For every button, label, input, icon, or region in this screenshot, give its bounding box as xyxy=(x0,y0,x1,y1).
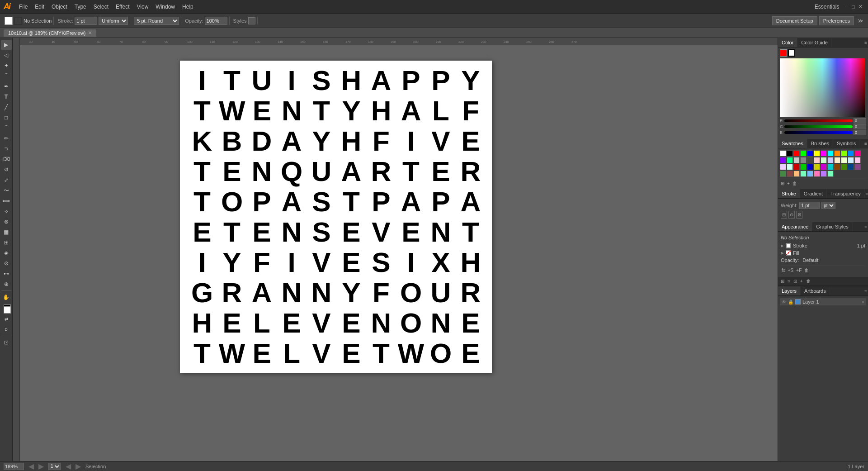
default-colors[interactable]: D xyxy=(1,324,12,334)
swatch-30[interactable] xyxy=(821,164,827,170)
blend-tool[interactable]: ⟡ xyxy=(1,206,12,216)
menu-edit[interactable]: Edit xyxy=(31,2,48,12)
layers-panel-icon1[interactable]: ⊞ xyxy=(780,278,785,284)
line-tool[interactable]: ╱ xyxy=(1,102,12,112)
rectangle-tool[interactable]: □ xyxy=(1,113,12,123)
swatch-3[interactable] xyxy=(800,150,807,157)
swatch-42[interactable] xyxy=(821,171,827,177)
swatch-10[interactable] xyxy=(848,150,854,157)
paintbrush-tool[interactable]: ⌒ xyxy=(1,123,12,133)
swatch-13[interactable] xyxy=(787,157,793,163)
cap-round[interactable]: ⊙ xyxy=(788,211,795,219)
swatch-34[interactable] xyxy=(848,164,854,170)
styles-indicator[interactable] xyxy=(248,17,255,24)
doc-tab-close[interactable]: ✕ xyxy=(88,30,92,35)
menu-select[interactable]: Select xyxy=(90,2,112,12)
appearance-panel-menu[interactable]: ≡ xyxy=(863,222,868,231)
direct-selection-tool[interactable]: ◁ xyxy=(1,50,12,60)
menu-object[interactable]: Object xyxy=(48,2,71,12)
window-minimize[interactable]: ─ xyxy=(843,4,850,10)
swatch-32[interactable] xyxy=(834,164,840,170)
zoom-input[interactable] xyxy=(4,463,24,470)
add-new-fill[interactable]: +F xyxy=(795,267,802,273)
menu-effect[interactable]: Effect xyxy=(112,2,133,12)
rotate-tool[interactable]: ↺ xyxy=(1,165,12,175)
mesh-tool[interactable]: ⊞ xyxy=(1,238,12,247)
tab-gradient[interactable]: Gradient xyxy=(800,189,827,198)
add-new-stroke[interactable]: +S xyxy=(787,267,795,273)
weight-unit-select[interactable]: pt xyxy=(821,202,835,209)
tab-transparency[interactable]: Transparency xyxy=(827,189,865,198)
essentials-label[interactable]: Essentials xyxy=(811,4,843,10)
magic-wand-tool[interactable]: ✦ xyxy=(1,61,12,71)
blob-brush-tool[interactable]: ⊃ xyxy=(1,144,12,154)
swatch-1[interactable] xyxy=(787,150,793,157)
eraser-tool[interactable]: ⌫ xyxy=(1,154,12,164)
swatch-24[interactable] xyxy=(780,164,786,170)
cap-butt[interactable]: ⊟ xyxy=(781,211,787,219)
tab-artboards[interactable]: Artboards xyxy=(801,286,830,295)
swatch-33[interactable] xyxy=(841,164,847,170)
menu-help[interactable]: Help xyxy=(179,2,197,12)
color-fill-box[interactable] xyxy=(780,49,787,57)
lasso-tool[interactable]: ⌒ xyxy=(1,71,12,81)
layers-panel-menu[interactable]: ≡ xyxy=(863,286,868,295)
canvas-area[interactable]: 3040 5060 7080 90100 110120 130140 15016… xyxy=(13,38,778,461)
swatch-17[interactable] xyxy=(814,157,820,163)
r-slider[interactable] xyxy=(784,119,853,122)
swatch-18[interactable] xyxy=(821,157,827,163)
stroke-indicator[interactable] xyxy=(14,17,22,25)
swatch-12[interactable] xyxy=(780,157,786,163)
swatch-4[interactable] xyxy=(807,150,813,157)
weight-input[interactable] xyxy=(799,202,820,209)
swatch-16[interactable] xyxy=(807,157,813,163)
swatch-25[interactable] xyxy=(787,164,793,170)
stroke-panel-menu[interactable]: ≡ xyxy=(865,189,868,198)
tab-brushes[interactable]: Brushes xyxy=(807,139,833,148)
swatch-9[interactable] xyxy=(841,150,847,157)
menu-type[interactable]: Type xyxy=(71,2,90,12)
page-select[interactable]: 1 xyxy=(48,463,61,470)
swatch-6[interactable] xyxy=(821,150,827,157)
stroke-width-input[interactable] xyxy=(75,17,97,25)
selection-tool[interactable]: ▶ xyxy=(1,40,12,50)
color-stroke-box[interactable] xyxy=(788,49,795,57)
stroke-swatch[interactable] xyxy=(786,243,791,248)
window-maximize[interactable]: □ xyxy=(850,4,857,10)
swatch-38[interactable] xyxy=(793,171,800,177)
color-gradient[interactable] xyxy=(780,58,865,117)
stroke-color-box[interactable] xyxy=(4,306,11,314)
stroke-type-select[interactable]: Uniform xyxy=(99,17,128,25)
pencil-tool[interactable]: ✏ xyxy=(1,133,12,143)
scale-tool[interactable]: ⤢ xyxy=(1,175,12,185)
tab-symbols[interactable]: Symbols xyxy=(833,139,860,148)
column-graph-tool[interactable]: ▦ xyxy=(1,227,12,237)
tab-stroke[interactable]: Stroke xyxy=(778,189,800,198)
layers-panel-icon3[interactable]: ⊡ xyxy=(793,278,798,284)
new-color-swatch[interactable]: + xyxy=(786,181,791,186)
preferences-button[interactable]: Preferences xyxy=(819,16,854,25)
swatch-20[interactable] xyxy=(834,157,840,163)
change-screen-mode[interactable]: ⊡ xyxy=(1,338,12,347)
zoom-tool[interactable]: ⊕ xyxy=(1,279,12,289)
fill-expand-icon[interactable]: ▶ xyxy=(781,251,784,255)
pen-tool[interactable]: ✒ xyxy=(1,81,12,91)
swatch-29[interactable] xyxy=(814,164,820,170)
fill-indicator[interactable] xyxy=(5,17,13,25)
layer-visibility-icon[interactable]: 👁 xyxy=(782,300,786,304)
b-slider[interactable] xyxy=(784,131,853,134)
type-tool[interactable]: T xyxy=(1,92,12,102)
swatch-2[interactable] xyxy=(793,150,800,157)
menu-view[interactable]: View xyxy=(133,2,152,12)
menu-file[interactable]: File xyxy=(15,2,31,12)
swatch-39[interactable] xyxy=(800,171,807,177)
delete-swatch[interactable]: 🗑 xyxy=(792,181,798,186)
add-new-effect[interactable]: fx xyxy=(781,267,786,273)
tab-color-guide[interactable]: Color Guide xyxy=(797,38,832,47)
doc-tab[interactable]: 10x10.ai @ 189% (CMYK/Preview) ✕ xyxy=(4,29,96,37)
swatch-19[interactable] xyxy=(827,157,834,163)
swatch-36[interactable] xyxy=(780,171,786,177)
swatch-27[interactable] xyxy=(800,164,807,170)
layers-panel-icon4[interactable]: + xyxy=(799,278,804,284)
opacity-input[interactable] xyxy=(205,17,227,25)
